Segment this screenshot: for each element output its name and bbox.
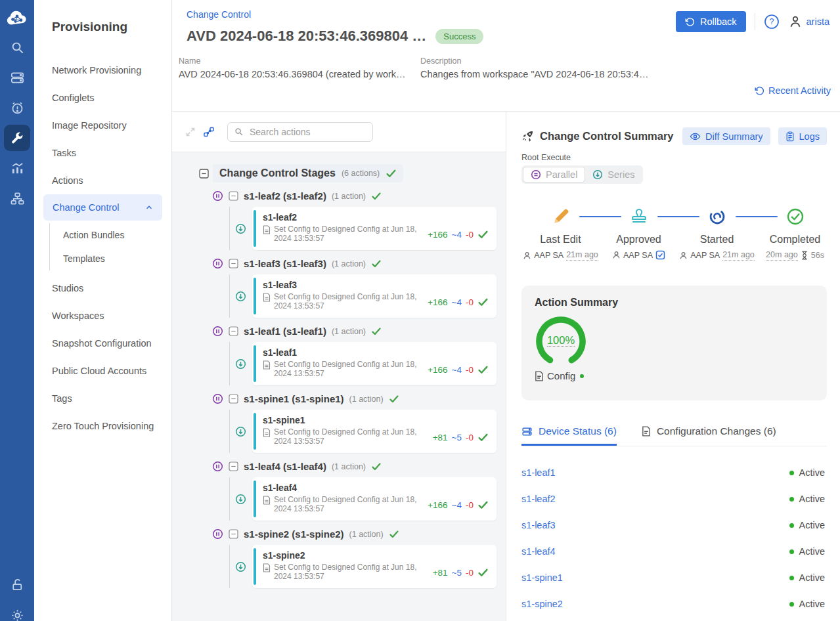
breadcrumb[interactable]: Change Control [187, 9, 483, 20]
diff-added: +166 [428, 297, 447, 307]
stage-action-count: (1 action) [349, 395, 384, 404]
action-card[interactable]: s1-leaf2 Set Config to Designed Config a… [252, 207, 497, 250]
action-description: Set Config to Designed Config at Jun 18,… [274, 225, 426, 243]
stage-header[interactable]: s1-spine1 (s1-spine1) (1 action) [212, 393, 497, 404]
sidebar-item-workspaces[interactable]: Workspaces [52, 302, 171, 330]
stage-header[interactable]: s1-spine2 (s1-spine2) (1 action) [212, 528, 497, 540]
device-link[interactable]: s1-leaf1 [521, 467, 556, 478]
expand-all-button[interactable] [203, 126, 215, 138]
active-status-dot [789, 602, 794, 607]
device-link[interactable]: s1-spine2 [521, 599, 563, 609]
donut-legend: Config [535, 370, 814, 381]
pause-circle-icon[interactable] [212, 258, 223, 269]
device-link[interactable]: s1-leaf2 [521, 494, 556, 504]
events-icon[interactable] [2, 93, 32, 123]
sidebar-item-configlets[interactable]: Configlets [52, 84, 171, 112]
action-card[interactable]: s1-spine1 Set Config to Designed Config … [252, 410, 497, 453]
pause-circle-icon[interactable] [212, 528, 223, 540]
series-icon [592, 169, 603, 180]
diff-added: +166 [428, 365, 447, 375]
collapse-box-icon[interactable] [229, 529, 238, 539]
sidebar-item-zero-touch-provisioning[interactable]: Zero Touch Provisioning [52, 412, 171, 440]
diff-removed: -0 [466, 365, 474, 375]
device-link[interactable]: s1-spine1 [521, 572, 563, 583]
collapse-box-icon[interactable] [229, 259, 238, 268]
sidebar-item-change-control[interactable]: Change Control [43, 194, 162, 221]
circle-arrow-down-icon [235, 291, 246, 302]
sidebar-item-templates[interactable]: Templates [63, 247, 171, 270]
stage-block: s1-leaf4 (s1-leaf4) (1 action) s1-leaf4 [212, 461, 497, 521]
sidebar-item-public-cloud-accounts[interactable]: Public Cloud Accounts [52, 357, 171, 385]
devices-icon[interactable] [2, 62, 32, 93]
help-icon[interactable]: ? [764, 14, 780, 30]
collapse-box-icon[interactable] [229, 191, 238, 201]
search-actions-input[interactable] [248, 126, 370, 138]
device-row: s1-leaf2 Active [521, 486, 826, 512]
timeline-connector [579, 216, 621, 217]
device-link[interactable]: s1-leaf4 [521, 546, 556, 557]
completed-check-icon [786, 206, 805, 227]
sidebar-item-image-repository[interactable]: Image Repository [52, 112, 171, 139]
description-field: Description Changes from workspace "AVD … [420, 56, 840, 79]
sidebar-item-action-bundles[interactable]: Action Bundles [63, 223, 171, 247]
started-time: 21m ago [722, 250, 755, 261]
topology-icon[interactable] [2, 183, 32, 213]
diff-summary-button[interactable]: Diff Summary [682, 127, 770, 145]
dashboards-icon[interactable] [2, 153, 32, 183]
cloudvision-logo[interactable] [5, 11, 29, 27]
collapse-box-icon[interactable] [229, 326, 238, 336]
logs-button[interactable]: Logs [778, 127, 827, 145]
tab-device-status[interactable]: Device Status (6) [521, 425, 617, 446]
page-title: AVD 2024-06-18 20:53:46.369804 … [187, 28, 426, 45]
stamp-icon [629, 206, 649, 227]
stage-header[interactable]: s1-leaf2 (s1-leaf2) (1 action) [212, 190, 497, 202]
diff-modified: ~5 [452, 433, 462, 442]
tab-configuration-changes[interactable]: Configuration Changes (6) [642, 425, 776, 446]
root-stage-pill[interactable]: Change Control Stages (6 actions) [213, 164, 403, 182]
provisioning-icon[interactable] [4, 125, 30, 151]
collapse-box-icon[interactable] [229, 394, 238, 404]
parallel-option[interactable]: Parallel [523, 167, 585, 182]
sidebar-item-tags[interactable]: Tags [52, 385, 171, 412]
header-divider [755, 13, 755, 30]
pause-circle-icon[interactable] [212, 461, 223, 472]
collapse-box-icon[interactable] [199, 169, 209, 179]
sidebar-item-studios[interactable]: Studios [52, 274, 171, 302]
stage-block: s1-leaf3 (s1-leaf3) (1 action) s1-leaf3 [212, 258, 497, 318]
document-icon [263, 293, 271, 302]
action-card[interactable]: s1-leaf4 Set Config to Designed Config a… [252, 477, 497, 521]
pause-circle-icon[interactable] [212, 393, 223, 404]
diff-added: +81 [433, 568, 448, 578]
description-label: Description [420, 56, 840, 66]
user-menu[interactable]: arista [788, 14, 829, 29]
pause-circle-icon[interactable] [212, 190, 223, 202]
sidebar-item-actions[interactable]: Actions [52, 167, 171, 194]
settings-gear-icon[interactable] [2, 600, 32, 621]
stage-body: s1-leaf3 Set Config to Designed Config a… [229, 274, 497, 318]
sidebar-item-snapshot-configuration[interactable]: Snapshot Configuration [52, 330, 171, 357]
device-link[interactable]: s1-leaf3 [521, 520, 556, 530]
device-row: s1-spine2 Active [521, 591, 826, 617]
recent-activity-link[interactable]: Recent Activity [755, 85, 831, 96]
search-icon[interactable] [2, 32, 32, 62]
collapse-box-icon[interactable] [229, 461, 238, 471]
unlock-icon[interactable] [2, 570, 32, 600]
approved-check-icon[interactable] [655, 250, 665, 260]
pause-circle-icon[interactable] [212, 326, 223, 337]
root-execute-label: Root Execute [521, 153, 827, 162]
rollback-button[interactable]: Rollback [676, 11, 746, 32]
sidebar-item-network-provisioning[interactable]: Network Provisioning [52, 56, 171, 84]
stage-header[interactable]: s1-leaf3 (s1-leaf3) (1 action) [212, 258, 497, 269]
stage-header[interactable]: s1-leaf4 (s1-leaf4) (1 action) [212, 461, 497, 472]
stage-header[interactable]: s1-leaf1 (s1-leaf1) (1 action) [212, 326, 497, 337]
summary-panel: Change Control Summary Diff Summary Logs [506, 112, 840, 621]
expand-view-button[interactable] [185, 127, 196, 137]
action-card[interactable]: s1-spine2 Set Config to Designed Config … [252, 545, 497, 588]
parallel-icon [531, 169, 541, 180]
action-card[interactable]: s1-leaf1 Set Config to Designed Config a… [252, 342, 497, 385]
action-card[interactable]: s1-leaf3 Set Config to Designed Config a… [252, 274, 497, 318]
in-progress-icon [708, 206, 726, 227]
sidebar-item-tasks[interactable]: Tasks [52, 139, 171, 167]
action-description: Set Config to Designed Config at Jun 18,… [274, 495, 426, 513]
series-option[interactable]: Series [585, 167, 642, 182]
